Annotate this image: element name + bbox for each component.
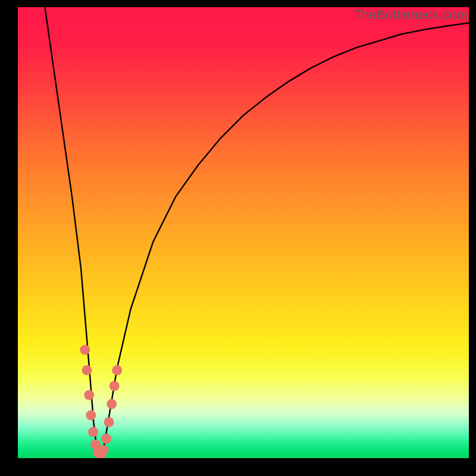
bottleneck-curve-path (45, 7, 469, 456)
highlight-marker (82, 365, 92, 375)
highlight-marker (88, 427, 98, 437)
plot-area (18, 7, 469, 458)
highlight-marker (101, 434, 111, 444)
highlight-marker (80, 345, 90, 355)
highlight-marker (107, 399, 117, 409)
highlight-marker (109, 381, 120, 391)
highlight-marker (86, 411, 96, 421)
highlight-marker (84, 390, 94, 400)
curve-layer (18, 7, 469, 458)
bottleneck-curve (45, 7, 469, 456)
highlight-marker (112, 365, 122, 375)
chart-frame: TheBottleneck.com (0, 0, 476, 476)
highlight-marker (99, 445, 109, 455)
highlighted-points-group (80, 345, 122, 458)
watermark-text: TheBottleneck.com (353, 7, 468, 23)
highlight-marker (104, 417, 114, 427)
